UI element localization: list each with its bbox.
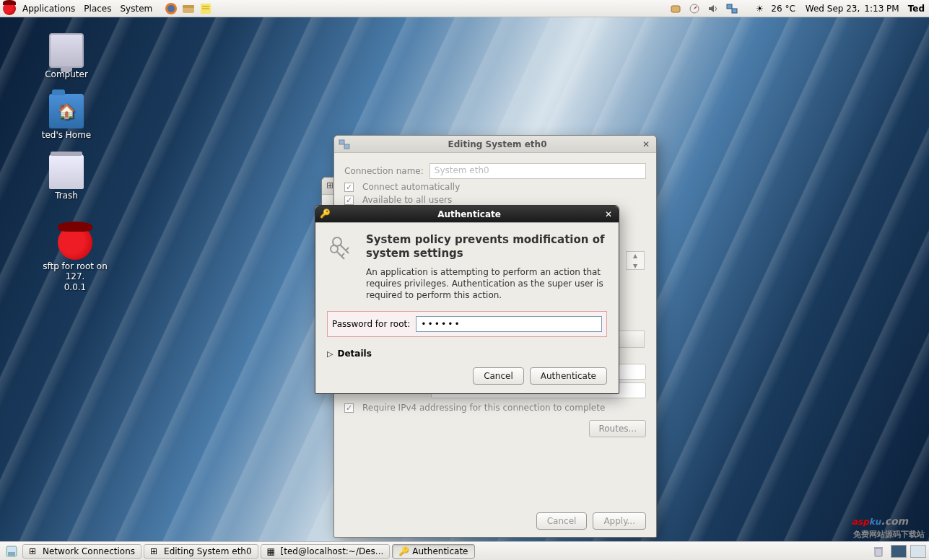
svg-rect-14 [344, 144, 349, 149]
show-desktop-icon[interactable] [5, 545, 18, 558]
svg-rect-12 [732, 9, 737, 13]
firefox-icon[interactable] [165, 2, 178, 15]
auth-heading: System policy prevents modification of s… [366, 233, 607, 261]
edit-apply-button[interactable]: Apply... [593, 512, 646, 530]
computer-icon [49, 33, 84, 68]
top-panel: Applications Places System ☀ 26 °C Wed S… [0, 0, 929, 17]
require-ipv4-checkbox[interactable] [344, 403, 354, 413]
spinner-control[interactable]: ▴▾ [626, 251, 645, 270]
drawer-icon[interactable] [182, 2, 195, 15]
terminal-icon: ▦ [267, 546, 277, 556]
workspace-2[interactable] [910, 545, 926, 558]
auth-titlebar[interactable]: 🔑 Authenticate ✕ [315, 206, 619, 223]
authenticate-dialog: 🔑 Authenticate ✕ System policy prevents … [315, 205, 619, 394]
conn-name-field[interactable]: System eth0 [429, 163, 646, 179]
svg-point-1 [167, 5, 175, 12]
task-authenticate[interactable]: 🔑Authenticate [392, 544, 474, 559]
bottom-panel: ⊞Network Connections ⊞Editing System eth… [0, 541, 929, 560]
key-icon: 🔑 [398, 546, 409, 556]
distro-logo-icon[interactable] [3, 2, 16, 15]
auth-title: Authenticate [336, 209, 603, 219]
routes-button[interactable]: Routes... [589, 420, 646, 437]
edit-cancel-button[interactable]: Cancel [536, 512, 588, 530]
desktop-trash-label: Trash [32, 191, 101, 201]
menu-applications[interactable]: Applications [18, 2, 79, 15]
svg-rect-13 [339, 140, 344, 144]
menu-system[interactable]: System [115, 2, 157, 15]
details-label: Details [337, 349, 371, 359]
task-editing-eth0[interactable]: ⊞Editing System eth0 [144, 544, 258, 559]
key-icon-small: 🔑 [320, 209, 331, 220]
desktop-sftp[interactable]: sftp for root on 127. 0.0.1 [32, 225, 118, 292]
network-applet-icon[interactable] [725, 2, 738, 15]
desktop-sftp-label: sftp for root on 127. 0.0.1 [32, 261, 118, 292]
avail-all-checkbox[interactable] [344, 196, 354, 205]
update-icon[interactable] [669, 2, 682, 15]
gauge-icon[interactable] [688, 2, 701, 15]
password-input[interactable] [416, 316, 602, 332]
connect-auto-checkbox[interactable] [344, 183, 354, 192]
panel-date[interactable]: Wed Sep 23, [804, 4, 862, 14]
svg-rect-24 [874, 547, 883, 549]
svg-rect-23 [875, 548, 882, 556]
svg-rect-3 [183, 5, 194, 8]
panel-temperature[interactable]: 26 °C [769, 4, 796, 14]
svg-rect-7 [671, 6, 680, 12]
password-label: Password for root: [332, 319, 410, 329]
desktop-home[interactable]: ted's Home [32, 94, 101, 140]
auth-authenticate-button[interactable]: Authenticate [530, 367, 607, 385]
volume-icon[interactable] [707, 2, 720, 15]
panel-user[interactable]: Ted [907, 4, 926, 14]
svg-marker-10 [709, 5, 714, 12]
svg-line-20 [341, 253, 344, 256]
home-folder-icon [49, 94, 84, 128]
desktop-home-label: ted's Home [32, 130, 101, 140]
auth-cancel-button[interactable]: Cancel [473, 367, 524, 385]
svg-line-17 [346, 248, 349, 250]
network-icon: ⊞ [29, 546, 39, 556]
redhat-icon [58, 225, 92, 260]
svg-rect-22 [8, 552, 15, 556]
conn-name-label: Connection name: [344, 166, 424, 176]
editing-titlebar[interactable]: Editing System eth0 ✕ [334, 136, 656, 153]
avail-all-label: Available to all users [362, 195, 452, 205]
require-ipv4-label: Require IPv4 addressing for this connect… [362, 403, 605, 413]
panel-time[interactable]: 1:13 PM [863, 4, 900, 14]
auth-close-button[interactable]: ✕ [603, 209, 614, 220]
details-triangle-icon [327, 349, 333, 359]
connect-auto-label: Connect automatically [362, 182, 460, 192]
watermark: aspku.com 免费网站源码下载站 [852, 510, 925, 540]
editing-close-button[interactable]: ✕ [640, 139, 652, 150]
details-expander[interactable]: Details [327, 349, 607, 359]
trash-icon [49, 154, 84, 189]
network-icon [339, 139, 350, 150]
menu-places[interactable]: Places [79, 2, 115, 15]
editing-title: Editing System eth0 [354, 139, 640, 149]
auth-message: An application is attempting to perform … [366, 266, 607, 302]
trash-panel-icon[interactable] [872, 545, 885, 558]
weather-icon[interactable]: ☀ [753, 2, 766, 15]
desktop-computer[interactable]: Computer [32, 33, 101, 79]
note-icon[interactable] [199, 2, 212, 15]
workspace-1[interactable] [891, 545, 907, 558]
task-terminal[interactable]: ▦[ted@localhost:~/Des... [261, 544, 391, 559]
keys-icon [327, 233, 357, 263]
svg-rect-11 [727, 4, 732, 9]
desktop-trash[interactable]: Trash [32, 154, 101, 201]
task-network-connections[interactable]: ⊞Network Connections [22, 544, 141, 559]
network-icon: ⊞ [150, 546, 160, 556]
